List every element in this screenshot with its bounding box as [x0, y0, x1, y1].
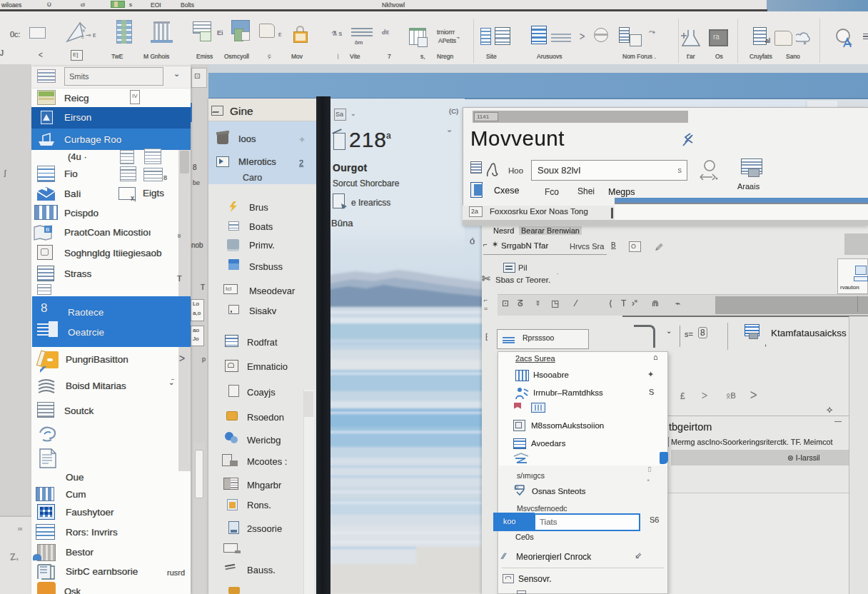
svg-text:e: e [81, 34, 84, 39]
svg-text:SL: SL [514, 485, 520, 490]
svg-text:B: B [46, 226, 49, 233]
